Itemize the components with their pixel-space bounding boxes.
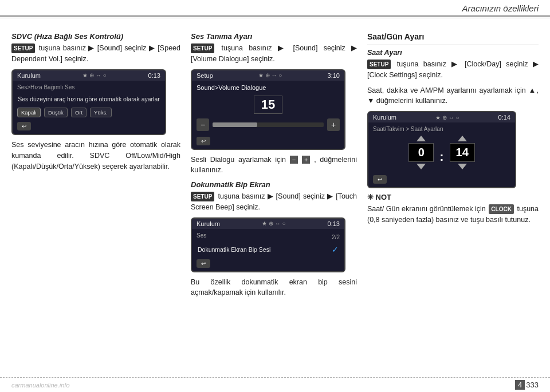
setup-badge-2: SETUP bbox=[191, 43, 214, 53]
watermark-text: carmanualonline.info bbox=[11, 382, 70, 389]
saat-ayari-body: Saat, dakika ve AM/PM ayarlarını ayarlam… bbox=[367, 85, 539, 107]
dokunmatik-instruction: SETUP tuşuna basınız ▶ [Sound] seçiniz ▶… bbox=[191, 191, 357, 213]
screen4-time: 0:14 bbox=[498, 114, 510, 121]
screen-volume: Setup ★ ⊕ ↔ ○ 3:10 Sound>Volume Dialogue… bbox=[191, 69, 345, 150]
clock-hour-digit: 0 bbox=[408, 143, 434, 162]
screen-dokunmatik: Kurulum ★ ⊕ ↔ ○ 0:13 Ses 2/2 Dokunmatik … bbox=[191, 217, 345, 272]
sdvc-body-text: Ses seviyesine aracın hızına göre otomat… bbox=[11, 140, 180, 172]
screen-sdvc: Kurulum ★ ⊕ ↔ ○ 0:13 Ses>Hıza Bağımlı Se… bbox=[11, 69, 166, 136]
screen3-subtitle: Ses bbox=[197, 232, 206, 239]
setup-badge-4: SETUP bbox=[367, 60, 391, 69]
screen3-header: Kurulum ★ ⊕ ↔ ○ 0:13 bbox=[192, 219, 344, 229]
volume-number: 15 bbox=[254, 96, 282, 114]
note-body: Saat/ Gün ekranını görüntülemek için CLO… bbox=[367, 204, 539, 225]
volume-display: 15 bbox=[197, 96, 340, 114]
right-divider bbox=[367, 45, 539, 45]
screen4-header: Kurulum ★ ⊕ ↔ ○ 0:14 bbox=[368, 112, 515, 122]
screen1-icons: ★ ⊕ ↔ ○ bbox=[82, 72, 106, 78]
page-section: 4 bbox=[515, 380, 525, 390]
screen2-subtitle: Sound>Volume Dialogue bbox=[197, 84, 340, 91]
screen3-body: Ses 2/2 Dokunmatik Ekran Bip Sesi ✓ ↩ bbox=[192, 229, 344, 271]
screen4-body: Saat/Takvim > Saat Ayarları 0 : 14 ↩ bbox=[368, 122, 515, 187]
hour-down-arrow[interactable] bbox=[417, 164, 426, 169]
screen1-title: Kurulum bbox=[17, 72, 41, 79]
minute-up-arrow[interactable] bbox=[458, 136, 467, 141]
minute-down-arrow[interactable] bbox=[458, 164, 467, 169]
saat-ayari-title: Saat Ayarı bbox=[367, 49, 539, 57]
clock-time-row: 0 : 14 bbox=[373, 136, 510, 169]
screen3-time: 0:13 bbox=[328, 220, 340, 227]
volume-plus-btn[interactable]: + bbox=[327, 118, 340, 131]
screen3-icons: ★ ⊕ ↔ ○ bbox=[262, 220, 285, 227]
screen3-back-btn[interactable]: ↩ bbox=[197, 259, 210, 268]
saat-ayari-instruction: SETUP tuşuna basınız ▶ [Clock/Day] seçin… bbox=[367, 59, 539, 81]
left-column: SDVC (Hıza Bağlı Ses Kontrolü) SETUP tuş… bbox=[11, 32, 180, 369]
dokunmatik-list-item[interactable]: Dokunmatik Ekran Bip Sesi ✓ bbox=[197, 242, 340, 257]
ses-tanima-instruction-text: tuşuna basınız ▶ [Sound] seçiniz ▶ [Volu… bbox=[191, 44, 357, 63]
header-title: Aracınızın özellikleri bbox=[462, 3, 539, 13]
sdvc-instruction: SETUP tuşuna basınız ▶ [Sound] seçiniz ▶… bbox=[11, 43, 180, 65]
screen-clock: Kurulum ★ ⊕ ↔ ○ 0:14 Saat/Takvim > Saat … bbox=[367, 111, 516, 188]
screen2-body: Sound>Volume Dialogue 15 − + ↩ bbox=[192, 81, 344, 149]
radio-dusuk[interactable]: Düşük bbox=[44, 108, 68, 117]
dokunmatik-instruction-text: tuşuna basınız ▶ [Sound] seçiniz ▶ [Touc… bbox=[191, 192, 357, 211]
volume-bar-fill bbox=[213, 122, 257, 127]
screen3-subtitle-row: Ses 2/2 bbox=[197, 232, 340, 242]
screen4-subtitle: Saat/Takvim > Saat Ayarları bbox=[373, 126, 510, 132]
saat-ayari-instruction-text: tuşuna basınız ▶ [Clock/Day] seçiniz ▶ [… bbox=[367, 60, 539, 79]
note-section: ✳ NOT Saat/ Gün ekranını görüntülemek iç… bbox=[367, 193, 539, 225]
screen1-description: Ses düzeyini araç hızına göre otomatik o… bbox=[17, 95, 160, 104]
volume-minus-btn[interactable]: − bbox=[197, 118, 209, 131]
ses-tanima-body: Sesli Dialogu ayarlamak için − + , düğme… bbox=[191, 155, 357, 176]
screen1-time: 0:13 bbox=[148, 72, 160, 79]
note-text1: Saat/ Gün ekranını görüntülemek için bbox=[367, 205, 486, 213]
screen2-icons: ★ ⊕ ↔ ○ bbox=[258, 72, 282, 78]
screen1-body: Ses>Hıza Bağımlı Ses Ses düzeyini araç h… bbox=[13, 81, 165, 134]
screen2-header: Setup ★ ⊕ ↔ ○ 3:10 bbox=[192, 70, 344, 81]
screen1-header: Kurulum ★ ⊕ ↔ ○ 0:13 bbox=[13, 70, 165, 81]
page-footer: carmanualonline.info 4 333 bbox=[0, 377, 550, 392]
clock-badge: CLOCK bbox=[489, 204, 514, 214]
page-number-box: 4 333 bbox=[515, 380, 539, 390]
screen4-title: Kurulum bbox=[373, 114, 396, 121]
radio-kapali[interactable]: Kapalı bbox=[17, 108, 41, 117]
ses-tanima-body-text1: Sesli Dialogu ayarlamak için bbox=[191, 156, 286, 164]
hour-up-arrow[interactable] bbox=[417, 136, 426, 141]
page-header: Aracınızın özellikleri bbox=[0, 0, 550, 17]
screen3-page: 2/2 bbox=[332, 234, 340, 240]
note-header: ✳ NOT bbox=[367, 193, 539, 201]
screen2-title: Setup bbox=[197, 72, 213, 79]
sdvc-instruction-text: tuşuna basınız ▶ [Sound] seçiniz ▶ [Spee… bbox=[11, 44, 180, 63]
check-icon: ✓ bbox=[332, 245, 339, 254]
plus-icon: + bbox=[302, 156, 310, 164]
dokunmatik-title: Dokunmatik Bip Ekran bbox=[191, 180, 357, 189]
clock-minute-col: 14 bbox=[450, 136, 475, 169]
right-column: Saat/Gün Ayarı Saat Ayarı SETUP tuşuna b… bbox=[367, 32, 539, 369]
ses-tanima-title: Ses Tanıma Ayarı bbox=[191, 32, 357, 41]
volume-bar bbox=[213, 122, 324, 127]
clock-colon: : bbox=[439, 149, 443, 164]
screen1-subtitle: Ses>Hıza Bağımlı Ses bbox=[17, 84, 160, 90]
radio-yuks[interactable]: Yüks. bbox=[90, 108, 112, 117]
screen4-back-btn[interactable]: ↩ bbox=[373, 175, 387, 184]
screen4-icons: ★ ⊕ ↔ ○ bbox=[435, 114, 459, 121]
screen1-back-btn[interactable]: ↩ bbox=[17, 122, 31, 130]
dokunmatik-body: Bu özellik dokunmatik ekran bip sesini a… bbox=[191, 277, 357, 299]
mid-column: Ses Tanıma Ayarı SETUP tuşuna basınız ▶ … bbox=[191, 32, 357, 369]
clock-hour-col: 0 bbox=[408, 136, 434, 169]
clock-minute-digit: 14 bbox=[450, 143, 475, 162]
screen2-time: 3:10 bbox=[328, 72, 340, 79]
setup-badge-1: SETUP bbox=[11, 43, 35, 53]
ses-tanima-instruction: SETUP tuşuna basınız ▶ [Sound] seçiniz ▶… bbox=[191, 43, 357, 65]
minus-icon: − bbox=[290, 156, 298, 164]
screen3-title: Kurulum bbox=[197, 220, 220, 227]
dokunmatik-item-text: Dokunmatik Ekran Bip Sesi bbox=[198, 246, 270, 253]
setup-badge-3: SETUP bbox=[191, 192, 214, 201]
sdvc-section-title: SDVC (Hıza Bağlı Ses Kontrolü) bbox=[11, 32, 180, 41]
saat-gun-title: Saat/Gün Ayarı bbox=[367, 32, 539, 41]
main-content: SDVC (Hıza Bağlı Ses Kontrolü) SETUP tuş… bbox=[0, 22, 550, 375]
screen2-back-btn[interactable]: ↩ bbox=[197, 137, 210, 145]
radio-ort[interactable]: Ort bbox=[71, 108, 87, 117]
page-number: 333 bbox=[526, 381, 539, 389]
screen1-radio-row: Kapalı Düşük Ort Yüks. bbox=[17, 108, 160, 117]
